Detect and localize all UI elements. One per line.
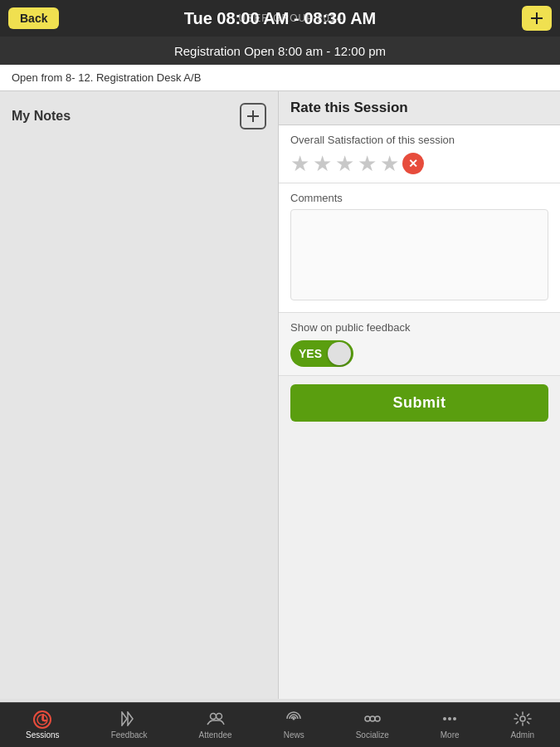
satisfaction-section: Overall Satisfaction of this session ★ ★… (279, 125, 560, 183)
star-3[interactable]: ★ (335, 153, 354, 174)
clear-rating-button[interactable]: ✕ (402, 153, 424, 174)
socialize-icon (363, 711, 382, 729)
x-icon: ✕ (402, 153, 424, 174)
toggle-track[interactable]: YES (290, 340, 353, 367)
add-button[interactable] (522, 6, 552, 31)
admin-label: Admin (511, 730, 534, 740)
star-2[interactable]: ★ (313, 153, 332, 174)
svg-point-15 (443, 717, 446, 720)
tab-feedback[interactable]: Feedback (105, 708, 154, 743)
info-bar: Open from 8- 12. Registration Desk A/B (0, 65, 560, 91)
toggle-thumb (328, 342, 351, 365)
star-1[interactable]: ★ (290, 153, 309, 174)
svg-point-13 (370, 716, 375, 721)
svg-point-9 (210, 713, 216, 719)
tab-sessions[interactable]: Sessions (19, 707, 66, 743)
comments-section: Comments (279, 183, 560, 313)
public-feedback-label: Show on public feedback (290, 321, 548, 334)
right-panel: Rate this Session Overall Satisfaction o… (278, 91, 560, 699)
back-button[interactable]: Back (8, 7, 59, 29)
news-label: News (284, 730, 304, 740)
attendee-label: Attendee (199, 730, 232, 740)
svg-point-12 (365, 716, 370, 721)
add-note-button[interactable] (240, 103, 266, 129)
satisfaction-label: Overall Satisfaction of this session (290, 134, 548, 146)
sessions-clock-icon (33, 710, 51, 729)
tab-admin[interactable]: Admin (504, 708, 541, 743)
admin-icon (514, 711, 532, 729)
sessions-label: Sessions (26, 730, 60, 740)
left-panel: My Notes (0, 91, 278, 699)
stars-row: ★ ★ ★ ★ ★ ✕ (290, 153, 548, 174)
svg-point-16 (448, 717, 451, 720)
svg-point-11 (293, 717, 295, 720)
svg-rect-1 (531, 17, 543, 19)
svg-line-6 (42, 720, 45, 721)
attendee-icon (207, 711, 225, 729)
tab-attendee[interactable]: Attendee (192, 708, 239, 743)
top-bar: Back USER GROUP 2014 Tue 08:00 AM - 08:3… (0, 0, 560, 37)
main-content: My Notes Rate this Session Overall Satis… (0, 91, 560, 699)
comments-label: Comments (290, 192, 548, 204)
my-notes-title: My Notes (12, 109, 71, 124)
more-icon (441, 711, 459, 729)
my-notes-header: My Notes (12, 103, 266, 129)
svg-point-17 (453, 717, 456, 720)
tab-more[interactable]: More (434, 708, 466, 743)
svg-point-14 (375, 716, 380, 721)
toggle-yes-label: YES (299, 347, 322, 360)
tab-socialize[interactable]: Socialize (349, 708, 396, 743)
public-feedback-toggle[interactable]: YES (290, 340, 548, 367)
svg-marker-8 (128, 712, 133, 725)
svg-point-18 (520, 716, 525, 721)
feedback-icon (120, 711, 139, 729)
svg-marker-7 (122, 712, 127, 725)
registration-text: Registration Open 8:00 am - 12:00 pm (174, 44, 386, 58)
svg-rect-3 (247, 115, 259, 117)
bottom-tab-bar: Sessions Feedback Attendee (0, 702, 560, 747)
info-text: Open from 8- 12. Registration Desk A/B (12, 71, 201, 84)
registration-bar: Registration Open 8:00 am - 12:00 pm (0, 37, 560, 65)
star-4[interactable]: ★ (358, 153, 377, 174)
time-range: Tue 08:00 AM - 08:30 AM (184, 9, 377, 28)
submit-button[interactable]: Submit (290, 384, 548, 422)
comments-input[interactable] (290, 209, 548, 300)
submit-section: Submit (279, 376, 560, 430)
socialize-label: Socialize (356, 730, 389, 740)
tab-news[interactable]: News (277, 708, 311, 743)
svg-point-10 (216, 713, 222, 719)
more-label: More (441, 730, 460, 740)
news-icon (285, 711, 303, 729)
star-5[interactable]: ★ (380, 153, 399, 174)
feedback-label: Feedback (111, 730, 148, 740)
rate-title: Rate this Session (290, 100, 408, 115)
public-feedback-section: Show on public feedback YES (279, 313, 560, 376)
rate-section-header: Rate this Session (279, 91, 560, 125)
svg-point-4 (37, 715, 47, 725)
